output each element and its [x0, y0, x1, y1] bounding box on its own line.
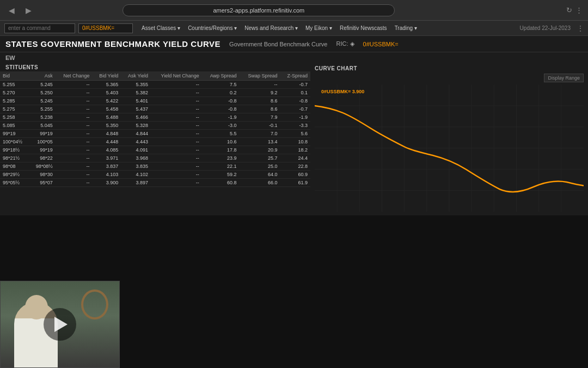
- play-button[interactable]: [44, 308, 76, 341]
- chart-tooltip: 0#USSBMK= 3.900: [321, 89, 364, 94]
- updated-timestamp: Updated 22-Jul-2023: [520, 25, 571, 31]
- page-header: STATES GOVERNMENT BENCHMARK YIELD CURVE …: [0, 36, 588, 52]
- command-input[interactable]: [4, 23, 75, 33]
- right-panel: CURVE CHART Display Range 0#USSBMK= 3.90…: [310, 62, 588, 215]
- video-frame: [1, 281, 119, 367]
- col-z: Z-Spread: [280, 71, 310, 81]
- table-row[interactable]: 98*21½98*22--3.9713.968--23.925.724.4: [0, 154, 310, 162]
- yield-curve-chart: [315, 85, 584, 212]
- col-ask: Ask: [29, 71, 56, 81]
- display-range-button[interactable]: Display Range: [544, 74, 584, 82]
- table-row[interactable]: 99*1999*19--4.8484.844--5.57.05.6: [0, 130, 310, 138]
- ric-label: RIC: ◈: [336, 40, 354, 47]
- forward-button[interactable]: ▶: [22, 5, 35, 16]
- mirror-prop: [81, 289, 108, 319]
- table-row[interactable]: 5.2555.245--5.3655.355--7.5---0.7: [0, 81, 310, 89]
- toolbar-menu: Asset Classes ▾ Countries/Regions ▾ News…: [142, 25, 417, 31]
- table-row[interactable]: 5.2755.255--5.4585.437---0.88.6-0.7: [0, 105, 310, 113]
- menu-my-eikon[interactable]: My Eikon ▾: [305, 25, 332, 31]
- menu-countries-regions[interactable]: Countries/Regions ▾: [188, 25, 237, 31]
- constituents-label: STITUENTS: [0, 62, 310, 71]
- toolbar: Asset Classes ▾ Countries/Regions ▾ News…: [0, 21, 588, 36]
- table-row[interactable]: 5.0855.045--5.3505.328---3.0-0.1-3.3: [0, 122, 310, 130]
- url-text: amers2-apps.platform.refinitiv.com: [213, 7, 304, 14]
- table-row[interactable]: 5.2705.250--5.4035.382--0.29.20.1: [0, 89, 310, 97]
- table-row[interactable]: 100*04½100*05--4.4484.443--10.613.410.8: [0, 138, 310, 146]
- menu-trading[interactable]: Trading ▾: [395, 25, 417, 31]
- col-swap: Swap Spread: [240, 71, 280, 81]
- browser-right-icons: ↻ ⋮: [566, 6, 583, 14]
- toolbar-overflow-icon[interactable]: ⋮: [577, 25, 584, 32]
- data-table: Bid Ask Net Change Bid Yield Ask Yield Y…: [0, 71, 310, 187]
- menu-icon[interactable]: ⋮: [575, 6, 583, 14]
- col-net-change: Net Change: [56, 71, 93, 81]
- url-bar[interactable]: amers2-apps.platform.refinitiv.com: [122, 4, 395, 16]
- chart-area: 0#USSBMK= 3.900: [315, 85, 584, 212]
- ric-link[interactable]: 0#USSBMK=: [363, 41, 399, 47]
- chart-controls: Display Range: [315, 74, 584, 82]
- table-row[interactable]: 99*18½99*19--4.0854.091--17.820.918.2: [0, 146, 310, 154]
- col-awp: Awp Spread: [202, 71, 240, 81]
- browser-chrome: ◀ ▶ amers2-apps.platform.refinitiv.com ↻…: [0, 0, 588, 21]
- curve-chart-label: CURVE CHART: [315, 65, 584, 71]
- menu-asset-classes[interactable]: Asset Classes ▾: [142, 25, 180, 31]
- reload-icon[interactable]: ↻: [566, 6, 572, 14]
- page-title: STATES GOVERNMENT BENCHMARK YIELD CURVE: [5, 39, 220, 49]
- table-row[interactable]: 95*05½95*07--3.9003.897--60.866.061.9: [0, 179, 310, 187]
- x-axis-labels: 1M 3M 6M 1Y 2Y 3Y 5Y 7Y 10Y 20Y: [315, 214, 584, 215]
- page-subtitle: Government Bond Benchmark Curve: [229, 41, 327, 47]
- col-bid: Bid: [0, 71, 29, 81]
- table-row[interactable]: 5.2585.238--5.4885.466---1.97.9-1.9: [0, 113, 310, 122]
- table-row[interactable]: 98*0898*08½--3.8373.835--22.125.022.8: [0, 162, 310, 171]
- table-header-row: Bid Ask Net Change Bid Yield Ask Yield Y…: [0, 71, 310, 81]
- table-row[interactable]: 98*29½98*30--4.1034.102--59.264.060.9: [0, 171, 310, 179]
- col-ync: Yield Net Change: [151, 71, 202, 81]
- table-row[interactable]: 5.2855.245--5.4225.401---0.88.6-0.8: [0, 97, 310, 105]
- left-panel: STITUENTS Bid Ask Net Change Bid Yield A…: [0, 62, 310, 215]
- section-label: EW: [0, 52, 588, 62]
- col-ask-yield: Ask Yield: [121, 71, 151, 81]
- back-button[interactable]: ◀: [5, 5, 18, 16]
- main-content: STITUENTS Bid Ask Net Change Bid Yield A…: [0, 62, 588, 215]
- play-icon: [54, 317, 68, 332]
- video-overlay: [0, 281, 120, 368]
- menu-news-research[interactable]: News and Research ▾: [244, 25, 298, 31]
- col-bid-yield: Bid Yield: [93, 71, 121, 81]
- ric-input[interactable]: [78, 23, 133, 33]
- menu-newscasts[interactable]: Refinitiv Newscasts: [340, 25, 387, 31]
